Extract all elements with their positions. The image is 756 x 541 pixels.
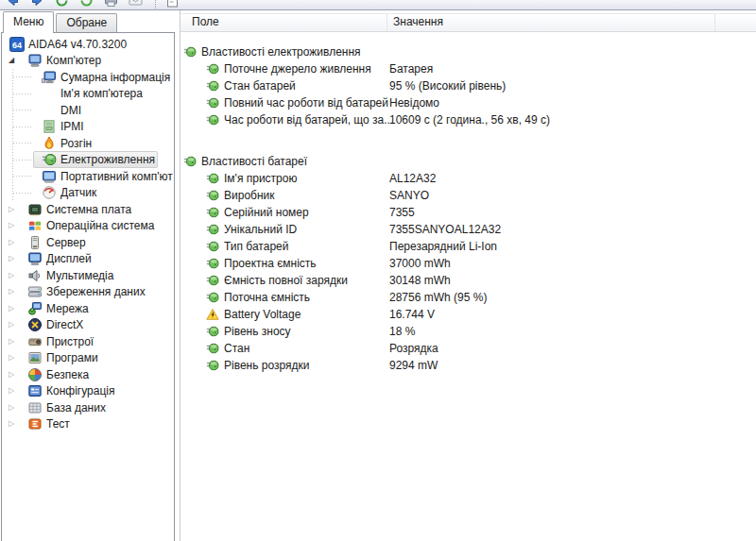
table-row[interactable]: Battery Voltage 16.744 V <box>180 306 756 323</box>
field-value: 7355 <box>389 206 415 219</box>
field-value: 37000 mWh <box>389 257 451 270</box>
table-row[interactable]: Властивості батареї <box>180 153 756 170</box>
tree-item[interactable]: ◢ Комп'ютер <box>2 53 174 70</box>
expand-arrow-icon[interactable]: ▷ <box>7 404 16 412</box>
toolbar-button[interactable] <box>164 0 180 8</box>
test-icon <box>27 416 43 431</box>
tree-item[interactable]: IPMI <box>2 119 174 136</box>
tree-item[interactable]: ▷ DirectX <box>2 317 174 334</box>
field-label: Властивості електроживлення <box>201 45 361 59</box>
expand-arrow-icon[interactable]: ▷ <box>7 206 16 213</box>
expand-arrow-icon[interactable]: ▷ <box>7 305 16 313</box>
tree-item[interactable]: Портативний комп'ют <box>2 168 174 185</box>
tree-item-label: Збереження даних <box>46 285 146 298</box>
toolbar-button[interactable] <box>155 0 156 8</box>
tree-item-label: Сумарна інформація <box>60 71 170 84</box>
tree-item[interactable]: ▷ Системна плата <box>2 201 174 218</box>
expand-arrow-icon[interactable]: ▷ <box>7 288 16 296</box>
table-row[interactable]: Час роботи від батарей, що за... 10609 с… <box>180 111 756 128</box>
tree-item[interactable]: ▷ Конфігурація <box>2 383 174 400</box>
table-row[interactable]: Повний час роботи від батарей Невідомо <box>180 94 756 111</box>
expand-arrow-icon[interactable]: ▷ <box>7 222 16 229</box>
tree-item[interactable]: Електроживлення <box>2 152 174 169</box>
listview-body: Властивості електроживлення Поточне джер… <box>180 32 756 374</box>
table-row[interactable]: Серійний номер 7355 <box>180 204 756 221</box>
table-row[interactable]: Стан батарей 95 % (Високий рівень) <box>180 77 756 94</box>
tree-item[interactable]: DMI <box>2 102 174 119</box>
tree-item-label: Датчик <box>60 186 96 199</box>
expand-arrow-icon[interactable]: ▷ <box>7 420 16 428</box>
table-row[interactable]: Рівень зносу 18 % <box>180 323 756 340</box>
tree-item[interactable]: ▷ Збереження даних <box>2 284 174 301</box>
toolbar-button[interactable] <box>29 0 45 8</box>
table-row[interactable]: Ємність повної зарядки 30148 mWh <box>180 272 756 289</box>
table-row[interactable]: Унікальний ID 7355SANYOAL12A32 <box>180 221 756 238</box>
toolbar-button[interactable] <box>54 0 70 8</box>
table-row[interactable]: Стан Розрядка <box>180 340 756 357</box>
expand-arrow-icon[interactable]: ▷ <box>7 239 16 246</box>
table-row[interactable] <box>180 128 756 153</box>
power-item-icon <box>206 206 219 219</box>
table-row[interactable]: Ім'я пристрою AL12A32 <box>180 170 756 187</box>
table-row[interactable]: Поточне джерело живлення Батарея <box>180 60 756 77</box>
tab-menu[interactable]: Меню <box>3 11 54 33</box>
tree-item-label: Тест <box>46 417 70 431</box>
tree-item[interactable]: ▷ Сервер <box>2 234 174 251</box>
expand-arrow-icon[interactable]: ▷ <box>7 321 16 329</box>
navigation-tree: 64AIDA64 v4.70.3200 ◢ Комп'ютер Сумарна … <box>1 32 175 541</box>
table-row[interactable]: Рівень розрядки 9294 mW <box>180 357 756 374</box>
tree-item[interactable]: Сумарна інформація <box>2 69 174 86</box>
power-item-icon <box>206 342 219 355</box>
tree-item[interactable]: Розгін <box>2 135 174 152</box>
toolbar-button[interactable] <box>5 0 21 8</box>
table-row[interactable]: Поточна ємність 28756 mWh (95 %) <box>180 289 756 306</box>
expand-arrow-icon[interactable]: ▷ <box>7 354 16 362</box>
field-label: Рівень зносу <box>224 325 291 338</box>
expand-arrow-icon[interactable]: ◢ <box>7 57 16 64</box>
tree-item[interactable]: ▷ Пристрої <box>2 333 174 350</box>
ipmi-icon <box>42 119 57 134</box>
tree-item[interactable]: Ім'я комп'ютера <box>2 86 174 103</box>
toolbar-button[interactable] <box>128 0 144 8</box>
tab-favorites[interactable]: Обране <box>56 13 117 32</box>
expand-arrow-icon[interactable]: ▷ <box>7 338 16 346</box>
table-row[interactable]: Проектна ємність 37000 mWh <box>180 255 756 272</box>
column-header-field[interactable]: Поле <box>180 14 387 31</box>
field-label: Виробник <box>224 189 275 202</box>
summary-icon <box>42 70 57 85</box>
tree-item[interactable]: ▷ Безпека <box>2 366 174 383</box>
tree-item[interactable]: ▷ Тест <box>2 416 174 433</box>
tree-item[interactable]: 64AIDA64 v4.70.3200 <box>2 36 174 53</box>
sensor-icon <box>42 185 57 200</box>
table-row[interactable]: Властивості електроживлення <box>180 43 756 60</box>
os-icon <box>27 218 43 233</box>
tree-item[interactable]: ▷ Операційна система <box>2 218 174 235</box>
expand-arrow-icon[interactable]: ▷ <box>7 387 16 395</box>
power-icon <box>42 152 57 167</box>
warning-icon <box>206 308 219 321</box>
power-item-icon <box>206 240 219 253</box>
field-label: Проектна ємність <box>224 257 317 270</box>
tree-item[interactable]: ▷ Мережа <box>2 300 174 317</box>
expand-arrow-icon[interactable]: ▷ <box>7 272 16 279</box>
table-row[interactable]: Виробник SANYO <box>180 187 756 204</box>
tree-item[interactable]: ▷ Програми <box>2 350 174 367</box>
column-header-value[interactable]: Значення <box>387 14 715 31</box>
expand-arrow-icon[interactable]: ▷ <box>7 371 16 379</box>
tree-item-label: Ім'я комп'ютера <box>60 87 143 100</box>
field-value: 28756 mWh (95 %) <box>389 291 487 304</box>
power-item-icon <box>206 62 219 76</box>
tree-item[interactable]: ▷ Дисплей <box>2 251 174 268</box>
main-toolbar <box>0 0 756 10</box>
toolbar-button[interactable] <box>78 0 94 8</box>
tree-item[interactable]: Датчик <box>2 185 174 202</box>
tree-item-label: DMI <box>60 104 81 117</box>
toolbar-button[interactable] <box>103 0 119 8</box>
display-icon <box>27 251 43 266</box>
expand-arrow-icon[interactable]: ▷ <box>7 255 16 262</box>
table-row[interactable]: Тип батарей Перезарядний Li-Ion <box>180 238 756 255</box>
tree-item[interactable]: ▷ База даних <box>2 399 174 416</box>
tree-item[interactable]: ▷ Мультимедіа <box>2 267 174 284</box>
tree-item-label: Сервер <box>46 236 86 249</box>
app-window: Меню Обране 64AIDA64 v4.70.3200 ◢ Комп'ю… <box>0 10 756 541</box>
